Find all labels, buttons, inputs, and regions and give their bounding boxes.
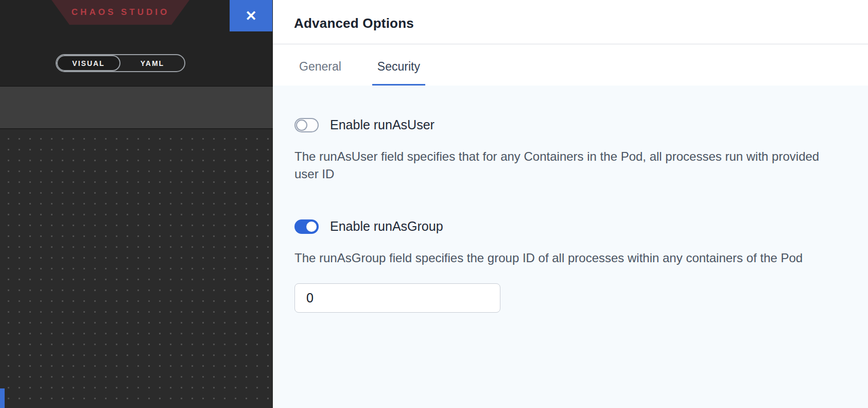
yaml-tab-label: YAML xyxy=(141,59,164,67)
yaml-tab[interactable]: YAML xyxy=(120,55,184,71)
run-as-group-row: Enable runAsGroup xyxy=(294,219,846,234)
run-as-group-description: The runAsGroup field specifies the group… xyxy=(294,249,830,267)
stage-toolbar xyxy=(0,87,273,129)
run-as-user-toggle[interactable] xyxy=(294,118,319,132)
toggle-knob xyxy=(306,222,317,232)
security-tab-panel: Enable runAsUser The runAsUser field spe… xyxy=(273,86,868,408)
canvas-edge-control[interactable] xyxy=(0,388,5,408)
visual-tab[interactable]: VISUAL xyxy=(57,55,120,71)
visual-tab-label: VISUAL xyxy=(72,59,105,67)
chaos-studio-stage: CHAOS STUDIO VISUAL YAML xyxy=(0,0,273,408)
brand-banner: CHAOS STUDIO xyxy=(51,0,189,25)
tab-security-label: Security xyxy=(377,60,420,73)
tab-general[interactable]: General xyxy=(294,44,346,86)
tab-security[interactable]: Security xyxy=(372,44,425,86)
tab-general-label: General xyxy=(299,60,341,73)
screen: CHAOS STUDIO VISUAL YAML ✕ Advanced Opti… xyxy=(0,0,868,408)
drawer-header: Advanced Options xyxy=(273,0,868,44)
drawer-title: Advanced Options xyxy=(294,15,847,31)
brand-title: CHAOS STUDIO xyxy=(72,7,169,18)
run-as-group-label: Enable runAsGroup xyxy=(330,219,443,234)
run-as-user-description: The runAsUser field specifies that for a… xyxy=(294,148,830,183)
toggle-knob xyxy=(296,120,307,131)
workflow-canvas[interactable] xyxy=(0,129,273,408)
close-icon: ✕ xyxy=(245,8,257,24)
run-as-user-label: Enable runAsUser xyxy=(330,117,435,132)
run-as-group-value-input[interactable] xyxy=(294,283,500,313)
close-drawer-button[interactable]: ✕ xyxy=(230,0,272,31)
drawer-tabs: General Security xyxy=(273,44,868,86)
run-as-user-row: Enable runAsUser xyxy=(294,117,846,132)
advanced-options-drawer: Advanced Options General Security Enable… xyxy=(273,0,868,408)
run-as-group-toggle[interactable] xyxy=(294,219,319,234)
visual-yaml-toggle[interactable]: VISUAL YAML xyxy=(56,54,185,72)
